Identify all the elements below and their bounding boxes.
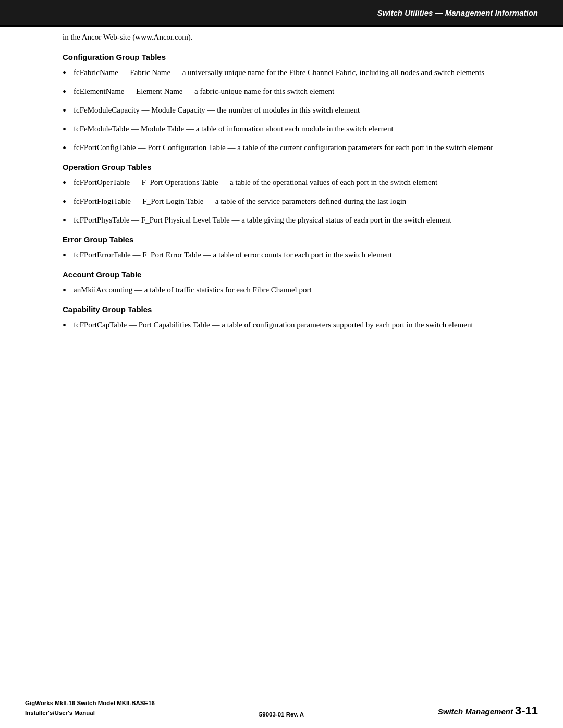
sections-container: Configuration Group Tables•fcFabricName … bbox=[63, 53, 521, 332]
footer-right-label: Switch Management bbox=[438, 707, 513, 716]
bullet-text: fcFeModuleCapacity — Module Capacity — t… bbox=[74, 104, 521, 116]
bullet-text: fcFPortOperTable — F_Port Operations Tab… bbox=[74, 177, 521, 189]
bullet-dot-icon: • bbox=[63, 103, 66, 118]
bullet-text: fcFPortErrorTable — F_Port Error Table —… bbox=[74, 249, 521, 261]
list-item: •anMkiiAccounting — a table of traffic s… bbox=[63, 284, 521, 298]
bullet-text: anMkiiAccounting — a table of traffic st… bbox=[74, 284, 521, 296]
section-heading-account-group: Account Group Table bbox=[63, 270, 521, 279]
header-title: Switch Utilities — Management Informatio… bbox=[377, 8, 538, 17]
bullet-list-error-group: •fcFPortErrorTable — F_Port Error Table … bbox=[63, 249, 521, 263]
list-item: •fcFPortCapTable — Port Capabilities Tab… bbox=[63, 319, 521, 332]
bullet-text: fcFPortFlogiTable — F_Port Login Table —… bbox=[74, 195, 521, 207]
bullet-text: fcElementName — Element Name — a fabric-… bbox=[74, 85, 521, 97]
footer-rule bbox=[21, 692, 542, 692]
section-heading-error-group: Error Group Tables bbox=[63, 235, 521, 244]
bullet-text: fcFPortConfigTable — Port Configuration … bbox=[74, 142, 521, 154]
bullet-dot-icon: • bbox=[63, 213, 66, 228]
list-item: •fcFeModuleCapacity — Module Capacity — … bbox=[63, 104, 521, 118]
main-content: in the Ancor Web-site (www.Ancor.com). C… bbox=[63, 31, 521, 686]
section-heading-config-group: Configuration Group Tables bbox=[63, 53, 521, 61]
footer-page-number: 3-11 bbox=[515, 704, 538, 718]
header-bar: Switch Utilities — Management Informatio… bbox=[0, 0, 563, 25]
bullet-list-account-group: •anMkiiAccounting — a table of traffic s… bbox=[63, 284, 521, 298]
list-item: •fcFeModuleTable — Module Table — a tabl… bbox=[63, 123, 521, 137]
bullet-dot-icon: • bbox=[63, 84, 66, 99]
page: Switch Utilities — Management Informatio… bbox=[0, 0, 563, 728]
footer-product: GigWorks MkII-16 Switch Model MKII-BASE1… bbox=[25, 698, 155, 708]
bullet-text: fcFPortPhysTable — F_Port Physical Level… bbox=[74, 214, 521, 226]
header-rule bbox=[0, 25, 563, 27]
list-item: •fcFPortOperTable — F_Port Operations Ta… bbox=[63, 177, 521, 190]
footer-center: 59003-01 Rev. A bbox=[259, 711, 304, 718]
bullet-dot-icon: • bbox=[63, 122, 66, 137]
bullet-dot-icon: • bbox=[63, 318, 66, 332]
bullet-list-config-group: •fcFabricName — Fabric Name — a universa… bbox=[63, 67, 521, 155]
bullet-list-capability-group: •fcFPortCapTable — Port Capabilities Tab… bbox=[63, 319, 521, 332]
section-heading-capability-group: Capability Group Tables bbox=[63, 305, 521, 314]
bullet-dot-icon: • bbox=[63, 176, 66, 190]
bullet-dot-icon: • bbox=[63, 66, 66, 80]
list-item: •fcFPortConfigTable — Port Configuration… bbox=[63, 142, 521, 155]
section-heading-operation-group: Operation Group Tables bbox=[63, 163, 521, 171]
list-item: •fcFPortPhysTable — F_Port Physical Leve… bbox=[63, 214, 521, 228]
footer-left: GigWorks MkII-16 Switch Model MKII-BASE1… bbox=[25, 698, 155, 718]
intro-text: in the Ancor Web-site (www.Ancor.com). bbox=[63, 31, 521, 43]
list-item: •fcFabricName — Fabric Name — a universa… bbox=[63, 67, 521, 80]
footer-right: Switch Management 3-11 bbox=[438, 704, 538, 718]
list-item: •fcFPortFlogiTable — F_Port Login Table … bbox=[63, 195, 521, 209]
footer-manual: Installer's/User's Manual bbox=[25, 708, 155, 718]
bullet-dot-icon: • bbox=[63, 141, 66, 155]
footer: GigWorks MkII-16 Switch Model MKII-BASE1… bbox=[0, 692, 563, 728]
bullet-text: fcFPortCapTable — Port Capabilities Tabl… bbox=[74, 319, 521, 331]
bullet-dot-icon: • bbox=[63, 248, 66, 263]
list-item: •fcElementName — Element Name — a fabric… bbox=[63, 85, 521, 99]
list-item: •fcFPortErrorTable — F_Port Error Table … bbox=[63, 249, 521, 263]
bullet-dot-icon: • bbox=[63, 283, 66, 298]
bullet-list-operation-group: •fcFPortOperTable — F_Port Operations Ta… bbox=[63, 177, 521, 228]
bullet-dot-icon: • bbox=[63, 194, 66, 209]
bullet-text: fcFabricName — Fabric Name — a universal… bbox=[74, 67, 521, 79]
bullet-text: fcFeModuleTable — Module Table — a table… bbox=[74, 123, 521, 135]
